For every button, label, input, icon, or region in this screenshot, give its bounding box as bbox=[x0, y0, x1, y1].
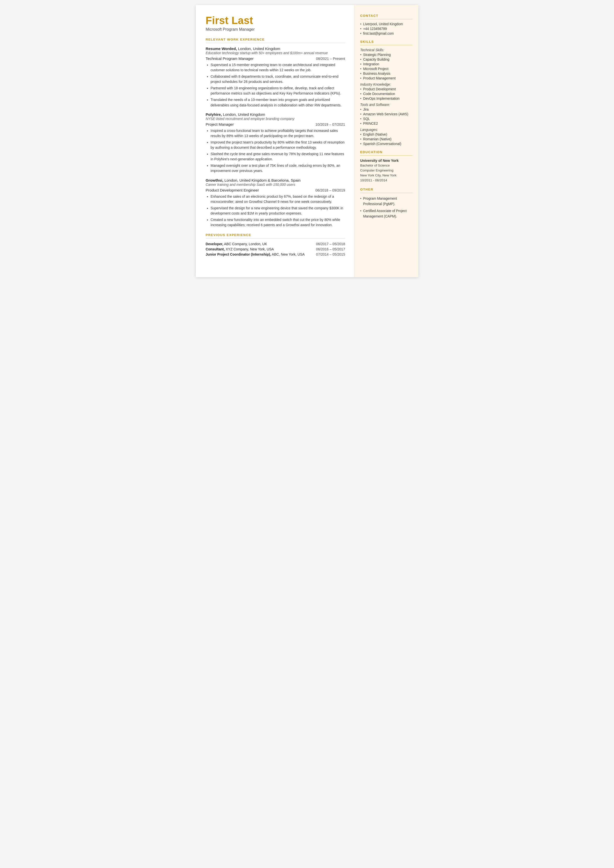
prev-exp-role: Consultant, XYZ Company, New York, USA bbox=[206, 247, 314, 251]
resume-container: First Last Microsoft Program Manager REL… bbox=[196, 5, 419, 277]
skills-category-industry: Industry Knowledge: bbox=[360, 83, 412, 86]
prev-exp-role: Developer, ABC Company, London, UK bbox=[206, 242, 314, 246]
bullet-item: Slashed the cycle time and grew sales re… bbox=[211, 151, 345, 162]
bullet-item: Supervised the design for a new engineer… bbox=[211, 206, 345, 216]
prev-exp-dates: 06/2016 – 05/2017 bbox=[316, 247, 345, 251]
role-bullets: Inspired a cross-functional team to achi… bbox=[206, 128, 345, 174]
technical-skills-list: Strategic Planning Capacity Building Int… bbox=[360, 53, 412, 80]
left-column: First Last Microsoft Program Manager REL… bbox=[196, 5, 354, 277]
university-name: University of New York bbox=[360, 158, 412, 163]
bullet-item: Enhanced the sales of an electronic prod… bbox=[211, 194, 345, 204]
role-title: Product Development Engineer bbox=[206, 188, 259, 193]
skill-aws: Amazon Web Services (AWS) bbox=[360, 112, 412, 116]
edu-dates: 10/2011 - 06/2014 bbox=[360, 178, 412, 183]
previous-exp-divider bbox=[206, 238, 345, 239]
company-name: Growthsi, bbox=[206, 178, 223, 182]
prev-exp-dates: 07/2014 – 05/2015 bbox=[316, 252, 345, 256]
company-name: Resume Worded, bbox=[206, 47, 237, 51]
bullet-item: Managed oversight over a test plan of 75… bbox=[211, 163, 345, 174]
contact-divider bbox=[360, 19, 412, 19]
company-location: London, United Kingdom bbox=[238, 47, 280, 51]
previous-exp-heading: PREVIOUS EXPERIENCE bbox=[206, 233, 345, 237]
company-desc: Career training and membership SaaS with… bbox=[206, 183, 345, 186]
skill-code-documentation: Code Documentation bbox=[360, 92, 412, 96]
bullet-item: Partnered with 18 engineering organizati… bbox=[211, 85, 345, 96]
role-dates: 06/2018 – 09/2019 bbox=[315, 188, 345, 192]
applicant-title: Microsoft Program Manager bbox=[206, 27, 345, 32]
relevant-work-heading: RELEVANT WORK EXPERIENCE bbox=[206, 37, 345, 41]
skill-capacity-building: Capacity Building bbox=[360, 57, 412, 61]
industry-skills-list: Product Development Code Documentation D… bbox=[360, 87, 412, 101]
relevant-work-divider bbox=[206, 43, 345, 43]
skill-product-management: Product Management bbox=[360, 76, 412, 80]
lang-romanian: Romanian (Native) bbox=[360, 137, 412, 141]
skill-strategic-planning: Strategic Planning bbox=[360, 53, 412, 57]
bullet-item: Translated the needs of a 10-member team… bbox=[211, 97, 345, 108]
role-title: Technical Program Manager bbox=[206, 56, 254, 61]
bullet-item: Supervised a 15-member engineering team … bbox=[211, 62, 345, 73]
role-dates: 08/2021 – Present bbox=[316, 57, 345, 61]
contact-list: Liverpool, United Kingdom +44 123456789 … bbox=[360, 22, 412, 36]
role-bullets: Enhanced the sales of an electronic prod… bbox=[206, 194, 345, 228]
role-row: Product Development Engineer 06/2018 – 0… bbox=[206, 188, 345, 193]
bullet-item: Inspired a cross-functional team to achi… bbox=[211, 128, 345, 138]
skill-integration: Integration bbox=[360, 62, 412, 66]
other-heading: OTHER bbox=[360, 188, 412, 191]
skill-microsoft-project: Microsoft Project bbox=[360, 67, 412, 71]
education-block: University of New York Bachelor of Scien… bbox=[360, 158, 412, 183]
right-column: CONTACT Liverpool, United Kingdom +44 12… bbox=[354, 5, 419, 277]
skills-category-languages: Languages: bbox=[360, 128, 412, 132]
skills-divider bbox=[360, 45, 412, 45]
skills-heading: SKILLS bbox=[360, 40, 412, 43]
company-desc: Education technology startup with 50+ em… bbox=[206, 51, 345, 55]
contact-email: first.last@gmail.com bbox=[360, 32, 412, 36]
other-item-pgmp: Program Management Professional (PgMP). bbox=[360, 196, 412, 207]
bullet-item: Collaborated with 8 departments to track… bbox=[211, 74, 345, 84]
role-row: Technical Program Manager 08/2021 – Pres… bbox=[206, 56, 345, 61]
skill-business-analysis: Business Analysis bbox=[360, 72, 412, 76]
prev-exp-role: Junior Project Coordinator (Internship),… bbox=[206, 252, 314, 256]
contact-heading: CONTACT bbox=[360, 14, 412, 17]
company-desc: NYSE-listed recruitment and employer bra… bbox=[206, 117, 345, 121]
skill-devops: DevOps Implementation bbox=[360, 97, 412, 101]
tools-list: Jira Amazon Web Services (AWS) SQL PRINC… bbox=[360, 108, 412, 126]
company-name-line: Polyhire, London, United Kingdom bbox=[206, 112, 345, 117]
skill-sql: SQL bbox=[360, 117, 412, 121]
company-location: London, United Kingdom bbox=[223, 112, 265, 116]
company-name: Polyhire, bbox=[206, 112, 222, 116]
previous-experience-table: Developer, ABC Company, London, UK 06/20… bbox=[206, 242, 345, 256]
role-title: Project Manager bbox=[206, 122, 234, 127]
skill-prince2: PRINCE2 bbox=[360, 122, 412, 126]
lang-english: English (Native) bbox=[360, 133, 412, 136]
skill-product-development: Product Development bbox=[360, 87, 412, 91]
role-bullets: Supervised a 15-member engineering team … bbox=[206, 62, 345, 108]
prev-exp-row-developer: Developer, ABC Company, London, UK 06/20… bbox=[206, 242, 345, 246]
company-block-growthsi: Growthsi, London, United Kingdom & Barce… bbox=[206, 178, 345, 228]
company-location: London, United Kingdom & Barcelona, Spai… bbox=[225, 178, 301, 182]
skills-category-tools: Tools and Software: bbox=[360, 103, 412, 107]
edu-field: Computer Engineering bbox=[360, 168, 412, 173]
education-divider bbox=[360, 155, 412, 156]
other-text: Program Management Professional (PgMP). … bbox=[360, 196, 412, 219]
role-row: Project Manager 10/2019 – 07/2021 bbox=[206, 122, 345, 127]
edu-degree: Bachelor of Science bbox=[360, 163, 412, 168]
education-heading: EDUCATION bbox=[360, 150, 412, 154]
skill-jira: Jira bbox=[360, 108, 412, 111]
skills-category-technical: Technical Skills: bbox=[360, 48, 412, 52]
prev-exp-row-consultant: Consultant, XYZ Company, New York, USA 0… bbox=[206, 247, 345, 251]
lang-spanish: Spanish (Conversational) bbox=[360, 142, 412, 146]
applicant-name: First Last bbox=[206, 15, 345, 26]
company-name-line: Growthsi, London, United Kingdom & Barce… bbox=[206, 178, 345, 183]
edu-location: New York City, New York bbox=[360, 173, 412, 178]
company-block-resume-worded: Resume Worded, London, United Kingdom Ed… bbox=[206, 47, 345, 108]
bullet-item: Improved the project team's productivity… bbox=[211, 140, 345, 150]
prev-exp-dates: 06/2017 – 05/2018 bbox=[316, 242, 345, 246]
other-item-capm: Certified Associate of Project Managemen… bbox=[360, 208, 412, 219]
bullet-item: Created a new functionality into an embe… bbox=[211, 217, 345, 228]
role-dates: 10/2019 – 07/2021 bbox=[315, 123, 345, 126]
languages-list: English (Native) Romanian (Native) Spani… bbox=[360, 133, 412, 146]
contact-phone: +44 123456789 bbox=[360, 27, 412, 31]
contact-location: Liverpool, United Kingdom bbox=[360, 22, 412, 26]
prev-exp-row-coordinator: Junior Project Coordinator (Internship),… bbox=[206, 252, 345, 256]
company-name-line: Resume Worded, London, United Kingdom bbox=[206, 47, 345, 51]
